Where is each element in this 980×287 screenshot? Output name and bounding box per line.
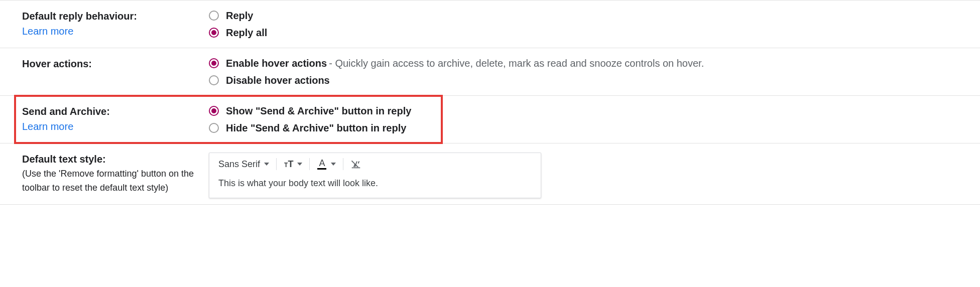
- radio-icon[interactable]: [209, 58, 219, 68]
- option-label: Show "Send & Archive" button in reply: [226, 103, 411, 119]
- font-size-selector[interactable]: TT: [284, 160, 302, 169]
- chevron-down-icon: [264, 163, 269, 166]
- remove-formatting-button[interactable]: [350, 159, 361, 170]
- label-column: Default text style: (Use the 'Remove for…: [0, 150, 209, 195]
- font-family-selector[interactable]: Sans Serif: [218, 159, 269, 170]
- text-color-selector[interactable]: A: [317, 159, 336, 170]
- text-style-box: Sans Serif TT A: [209, 153, 541, 198]
- option-hide-send-archive[interactable]: Hide "Send & Archive" button in reply: [209, 120, 980, 136]
- text-size-icon: TT: [284, 160, 293, 169]
- remove-formatting-icon: [350, 159, 361, 170]
- learn-more-link[interactable]: Learn more: [22, 119, 209, 134]
- options-column: Show "Send & Archive" button in reply Hi…: [209, 102, 980, 137]
- learn-more-link[interactable]: Learn more: [22, 24, 209, 39]
- option-reply-all[interactable]: Reply all: [209, 25, 980, 41]
- section-title: Default reply behaviour:: [22, 9, 209, 24]
- separator: [309, 158, 310, 170]
- option-label: Disable hover actions: [226, 72, 330, 88]
- radio-icon[interactable]: [209, 11, 219, 21]
- radio-icon[interactable]: [209, 75, 219, 85]
- section-title: Hover actions:: [22, 56, 209, 71]
- options-column: Enable hover actions - Quickly gain acce…: [209, 54, 980, 89]
- radio-icon[interactable]: [209, 123, 219, 133]
- section-title: Default text style:: [22, 152, 209, 167]
- section-hover-actions: Hover actions: Enable hover actions - Qu…: [0, 48, 980, 95]
- option-label: Reply: [226, 8, 253, 24]
- options-column: Sans Serif TT A: [209, 150, 980, 198]
- radio-icon[interactable]: [209, 28, 219, 38]
- label-column: Hover actions:: [0, 54, 209, 71]
- section-default-text-style: Default text style: (Use the 'Remove for…: [0, 143, 980, 198]
- text-color-icon: A: [317, 159, 327, 170]
- section-send-archive: Send and Archive: Learn more Show "Send …: [0, 95, 980, 143]
- separator: [276, 158, 277, 170]
- section-title: Send and Archive:: [22, 104, 209, 119]
- option-enable-hover[interactable]: Enable hover actions - Quickly gain acce…: [209, 55, 980, 71]
- label-column: Send and Archive: Learn more: [0, 102, 209, 134]
- option-label: Reply all: [226, 25, 267, 41]
- option-label: Hide "Send & Archive" button in reply: [226, 120, 406, 136]
- font-name: Sans Serif: [218, 159, 260, 170]
- option-disable-hover[interactable]: Disable hover actions: [209, 72, 980, 88]
- option-reply[interactable]: Reply: [209, 8, 980, 24]
- options-column: Reply Reply all: [209, 7, 980, 42]
- option-desc: - Quickly gain access to archive, delete…: [329, 55, 704, 71]
- label-column: Default reply behaviour: Learn more: [0, 7, 209, 39]
- chevron-down-icon: [331, 163, 336, 166]
- divider: [0, 204, 980, 205]
- section-default-reply: Default reply behaviour: Learn more Repl…: [0, 0, 980, 48]
- option-show-send-archive[interactable]: Show "Send & Archive" button in reply: [209, 103, 980, 119]
- text-style-toolbar: Sans Serif TT A: [209, 153, 541, 173]
- text-style-preview: This is what your body text will look li…: [209, 173, 541, 198]
- separator: [343, 158, 343, 170]
- chevron-down-icon: [297, 163, 302, 166]
- option-label: Enable hover actions: [226, 55, 327, 71]
- section-hint: (Use the 'Remove formatting' button on t…: [22, 167, 209, 195]
- radio-icon[interactable]: [209, 106, 219, 116]
